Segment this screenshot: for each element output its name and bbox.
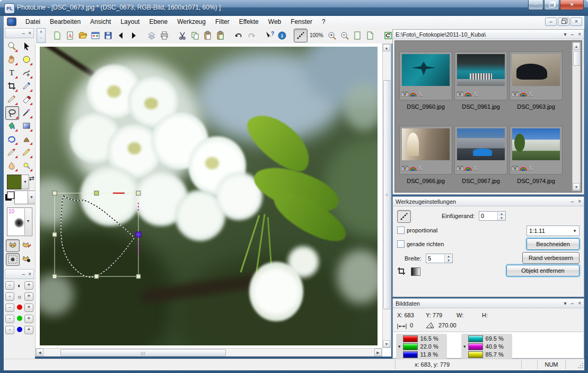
clone-stamp-tool[interactable]: [20, 133, 33, 145]
vscroll-thumb[interactable]: ≡: [383, 80, 391, 309]
text-tool[interactable]: T: [5, 66, 18, 79]
select-tool[interactable]: [20, 40, 33, 53]
lasso-tool[interactable]: [5, 106, 19, 120]
gradient-mode-icon[interactable]: [411, 267, 420, 276]
browser-scroll-thumb[interactable]: [573, 51, 581, 66]
save-icon[interactable]: [102, 29, 115, 42]
smudge-tool[interactable]: [5, 159, 18, 172]
eraser-tool[interactable]: [20, 93, 33, 106]
browser-dropdown-icon[interactable]: ▾: [564, 31, 567, 37]
proportional-checkbox[interactable]: [397, 227, 405, 234]
adjust-minimize-icon[interactable]: –: [22, 271, 25, 277]
paste-icon[interactable]: [201, 29, 214, 42]
paste-special-icon[interactable]: [214, 29, 227, 42]
menu-bearbeiten[interactable]: Bearbeiten: [45, 17, 85, 27]
tool-settings-close-icon[interactable]: ×: [578, 198, 581, 204]
undo-icon[interactable]: [232, 29, 245, 42]
minimize-button[interactable]: –: [528, 0, 543, 10]
mask-paint-button[interactable]: [20, 253, 33, 265]
retouch-brush-tool[interactable]: [5, 146, 18, 159]
contrast-minus-button[interactable]: -: [5, 281, 14, 290]
measure-line-tool-icon[interactable]: [294, 29, 308, 42]
cmy-dropdown-icon[interactable]: ▾: [463, 344, 466, 349]
width-input[interactable]: [426, 254, 444, 263]
mdi-minimize-button[interactable]: –: [545, 18, 557, 26]
zoom-out-icon[interactable]: [338, 29, 351, 42]
browser-minimize-icon[interactable]: –: [571, 31, 574, 37]
brightness-minus-button[interactable]: -: [5, 292, 14, 301]
page-view-icon[interactable]: [351, 29, 364, 42]
default-colors-icon[interactable]: [7, 192, 14, 199]
gradient-tool[interactable]: [20, 119, 33, 132]
open-file-icon[interactable]: [76, 29, 89, 42]
layer-mode-button[interactable]: [6, 239, 20, 252]
browser-scrollbar[interactable]: ▲ ▼: [572, 42, 581, 191]
shape-tool[interactable]: [20, 53, 33, 66]
browser-titlebar[interactable]: E:\Foto\_Fotokopie\2011-10_Kuba\ ▾ – ×: [393, 30, 584, 39]
spin-down-icon[interactable]: ▼: [445, 258, 452, 263]
fill-tool[interactable]: [5, 119, 18, 132]
close-button[interactable]: ×: [560, 0, 584, 10]
menu-ebene[interactable]: Ebene: [144, 17, 172, 27]
blue-plus-button[interactable]: +: [24, 326, 33, 334]
brush-dropdown[interactable]: ▾: [24, 209, 31, 235]
thumbnail-dsc0974[interactable]: X: [510, 126, 563, 175]
crop-button[interactable]: Beschneiden: [526, 238, 580, 250]
canvas-hscrollbar[interactable]: ◀ ||| ▶: [36, 348, 382, 357]
lasso-selection-overlay[interactable]: [50, 189, 144, 285]
canvas-vscrollbar[interactable]: ▲ ≡ ▼: [382, 44, 391, 348]
insert-margin-input[interactable]: [479, 212, 497, 220]
cut-icon[interactable]: [176, 29, 189, 42]
filename-label[interactable]: DSC_0974.jpg: [510, 178, 563, 184]
background-color-dropdown[interactable]: ▾: [28, 190, 36, 204]
ratio-combo[interactable]: 1:1.11 ▼: [526, 225, 580, 236]
toolbar-dock-handle[interactable]: x-: [37, 28, 46, 43]
menu-layout[interactable]: Layout: [116, 17, 144, 27]
contrast-plus-button[interactable]: +: [24, 281, 33, 290]
scroll-down-icon[interactable]: ▼: [383, 340, 390, 348]
green-minus-button[interactable]: -: [5, 315, 14, 323]
scroll-up-icon[interactable]: ▲: [383, 44, 390, 51]
info-icon[interactable]: i: [276, 29, 288, 42]
hscroll-thumb[interactable]: |||: [60, 349, 226, 357]
filename-label[interactable]: DSC_0961.jpg: [454, 103, 507, 110]
image-data-close-icon[interactable]: ×: [578, 300, 581, 306]
image-data-minimize-icon[interactable]: –: [571, 300, 574, 306]
tool-settings-titlebar[interactable]: Werkzeugeinstellungen – ×: [393, 197, 584, 206]
redo-icon[interactable]: [245, 29, 258, 42]
thumbnail-dsc0967[interactable]: X: [454, 126, 507, 175]
image-data-dropdown-icon[interactable]: ▾: [564, 300, 567, 306]
spin-up-icon[interactable]: ▲: [498, 212, 505, 216]
context-help-icon[interactable]: ?: [263, 29, 276, 42]
brush-tool[interactable]: [5, 93, 18, 106]
thumbnail-dsc0966[interactable]: X: [399, 126, 452, 175]
zoom-in-icon[interactable]: [326, 29, 338, 42]
crop-mode-icon[interactable]: [397, 267, 406, 277]
spin-down-icon[interactable]: ▼: [498, 216, 505, 220]
palette-minimize-icon[interactable]: –: [22, 30, 25, 36]
pattern-brush-tool[interactable]: [20, 146, 33, 159]
active-tool-button[interactable]: [397, 210, 411, 223]
zoom-tool[interactable]: [5, 40, 18, 53]
maximize-button[interactable]: [544, 0, 559, 10]
foreground-color-dropdown[interactable]: ▾: [21, 175, 29, 189]
new-text-document-icon[interactable]: A: [64, 29, 76, 42]
green-plus-button[interactable]: +: [24, 315, 33, 323]
tool-settings-minimize-icon[interactable]: –: [571, 198, 574, 204]
selection-handles[interactable]: [52, 191, 141, 279]
scroll-right-icon[interactable]: ▶: [374, 349, 382, 356]
image-data-titlebar[interactable]: Bilddaten ▾ – ×: [393, 299, 584, 308]
menu-fenster[interactable]: Fenster: [286, 17, 317, 27]
eyedropper-tool[interactable]: [20, 80, 33, 92]
nav-forward-icon[interactable]: [127, 29, 140, 42]
print-icon[interactable]: [158, 29, 171, 42]
copy-icon[interactable]: [189, 29, 201, 42]
nav-back-icon[interactable]: [115, 29, 127, 42]
menu-werkzeug[interactable]: Werkzeug: [172, 17, 210, 27]
improve-edge-button[interactable]: Rand verbessern: [522, 252, 580, 264]
history-brush-tool[interactable]: [5, 133, 18, 145]
brush-preview[interactable]: 10 ▾: [7, 207, 32, 236]
mdi-close-button[interactable]: ×: [571, 18, 582, 26]
new-document-icon[interactable]: [51, 29, 64, 42]
menu-ansicht[interactable]: Ansicht: [85, 17, 116, 27]
